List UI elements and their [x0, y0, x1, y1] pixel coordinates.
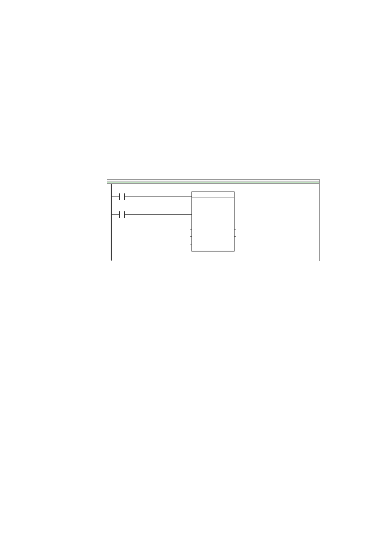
ladder-body	[107, 184, 319, 261]
ladder-svg	[107, 184, 319, 261]
ladder-diagram	[107, 179, 320, 261]
svg-rect-9	[192, 192, 234, 251]
